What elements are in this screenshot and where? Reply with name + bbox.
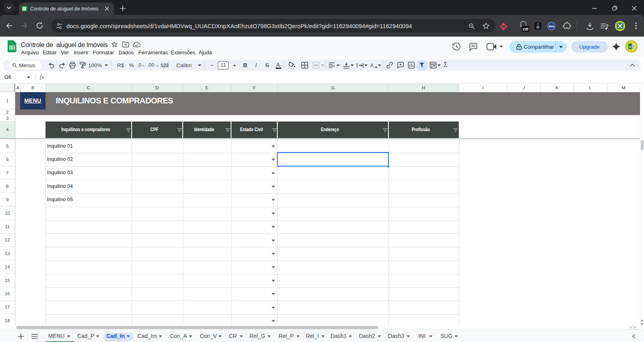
svg-text:X: X — [629, 45, 632, 49]
svg-text:A: A — [370, 63, 374, 68]
svg-text:Web: Web — [549, 25, 554, 28]
svg-text:Off: Off — [523, 27, 529, 31]
